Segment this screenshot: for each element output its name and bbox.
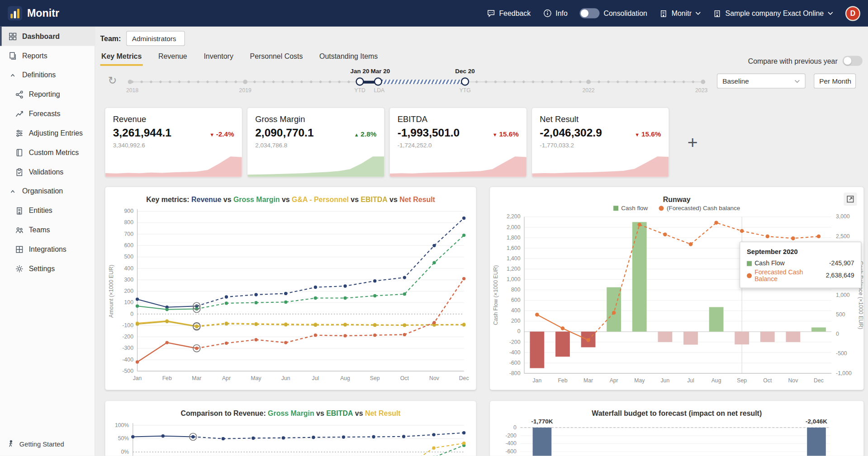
trend-icon [15, 109, 24, 118]
team-row: Team: Administrators [100, 31, 185, 46]
svg-text:Jul: Jul [312, 375, 319, 381]
feedback-button[interactable]: Feedback [486, 9, 531, 18]
runway-chart: 2,2002,0001,8001,6001,4001,2001,00080060… [490, 212, 863, 390]
timeline-year: 2022 [582, 87, 594, 93]
kpi-delta: ▲2.8% [354, 131, 376, 138]
reports-icon [8, 51, 17, 60]
sidebar-item-entities[interactable]: Entities [0, 201, 95, 220]
org-name: Monitr [672, 9, 692, 17]
period-select[interactable]: Per Month [814, 74, 856, 89]
timeline-marker-ytg[interactable] [461, 77, 469, 85]
main-content: Team: Administrators Key Metrics Revenue… [95, 27, 868, 456]
company-name: Sample company Exact Online [726, 9, 824, 17]
scenario-select[interactable]: Baseline [717, 74, 806, 89]
brand[interactable]: Monitr [8, 6, 59, 20]
kpi-delta: ▼15.6% [635, 131, 661, 138]
user-avatar[interactable]: D [845, 6, 860, 21]
svg-text:Amount (×1000 EUR): Amount (×1000 EUR) [108, 265, 114, 318]
svg-text:-600: -600 [505, 448, 517, 455]
consolidation-toggle[interactable] [580, 8, 600, 18]
tab-key-metrics[interactable]: Key Metrics [100, 49, 143, 66]
kpi-card-net-result[interactable]: Net Result-2,046,302.9▼15.6%-1,770,033.2 [532, 108, 669, 177]
tab-outstanding-items[interactable]: Outstanding Items [318, 49, 379, 66]
kpi-card-revenue[interactable]: Revenue3,261,944.1▼-2.4%3,340,992.6 [105, 108, 242, 177]
expand-chart-icon[interactable] [844, 193, 857, 206]
sidebar-item-custom-metrics[interactable]: Custom Metrics [0, 143, 95, 162]
sidebar-item-label: Adjusting Entries [29, 129, 83, 137]
compare-toggle[interactable] [843, 56, 863, 66]
sidebar-item-adjusting-entries[interactable]: Adjusting Entries [0, 123, 95, 143]
sidebar-item-validations[interactable]: Validations [0, 162, 95, 182]
tooltip-label: Forecasted Cash Balance [754, 269, 826, 282]
getting-started-label: Getting Started [19, 440, 64, 448]
timeline-marker-ytd[interactable] [356, 77, 364, 85]
kpi-delta: ▼15.6% [493, 131, 519, 138]
sidebar-item-integrations[interactable]: Integrations [0, 240, 95, 259]
team-select-value: Administrators [132, 34, 176, 42]
svg-text:0: 0 [130, 311, 133, 317]
trend-arrow-icon: ▼ [635, 132, 640, 138]
sidebar-item-dashboard[interactable]: Dashboard [0, 27, 95, 46]
sidebar-item-forecasts[interactable]: Forecasts [0, 104, 95, 123]
sidebar: Dashboard Reports Definitions Reporting … [0, 27, 95, 456]
sidebar-section-organisation[interactable]: Organisation [0, 181, 95, 201]
team-select[interactable]: Administrators [126, 31, 185, 46]
tab-inventory[interactable]: Inventory [203, 49, 234, 66]
dashboard-icon [8, 32, 17, 41]
svg-text:300: 300 [124, 277, 134, 283]
svg-text:600: 600 [511, 297, 521, 303]
kpi-previous-value: -1,770,033.2 [540, 141, 661, 148]
trend-arrow-icon: ▲ [354, 132, 359, 138]
svg-text:200: 200 [124, 288, 134, 294]
kpi-card-ebitda[interactable]: EBITDA-1,993,501.0▼15.6%-1,724,252.0 [390, 108, 526, 177]
sidebar-item-settings[interactable]: Settings [0, 259, 95, 278]
tooltip-title: September 2020 [747, 248, 854, 255]
people-icon [15, 226, 24, 235]
company-switcher[interactable]: Sample company Exact Online [713, 9, 833, 17]
tab-revenue[interactable]: Revenue [157, 49, 189, 66]
svg-text:700: 700 [124, 231, 134, 237]
timeline-track[interactable]: Jan 20 Mar 20 Dec 20 2018 2019 YTD LDA Y… [130, 67, 703, 96]
timeline-tag: YTD [354, 87, 365, 93]
svg-text:1,000: 1,000 [507, 276, 521, 282]
svg-text:-600: -600 [509, 360, 521, 366]
svg-text:2,200: 2,200 [507, 213, 521, 220]
org-switcher[interactable]: Monitr [659, 9, 701, 17]
svg-text:200: 200 [511, 318, 521, 324]
sidebar-item-reporting[interactable]: Reporting [0, 85, 95, 104]
trend-arrow-icon: ▼ [209, 132, 214, 138]
svg-text:900: 900 [124, 208, 134, 214]
consolidation-control: Consolidation [580, 8, 647, 18]
svg-text:-500: -500 [122, 368, 133, 374]
svg-text:Nov: Nov [788, 377, 799, 384]
svg-text:1,200: 1,200 [507, 266, 521, 272]
app: Monitr Feedback Info Consolidation Monit… [0, 0, 868, 456]
sidebar-item-label: Validations [29, 168, 64, 176]
add-kpi-button[interactable]: + [683, 133, 702, 152]
timeline-label: Mar 20 [370, 67, 390, 74]
compare-group: Compare with previous year [748, 56, 863, 66]
svg-text:800: 800 [124, 219, 134, 226]
svg-text:Jul: Jul [687, 377, 694, 384]
kpi-card-gross-margin[interactable]: Gross Margin2,090,770.1▲2.8%2,034,786.8 [247, 108, 384, 177]
svg-text:600: 600 [124, 242, 134, 249]
sidebar-item-label: Forecasts [29, 109, 61, 118]
svg-text:Jun: Jun [661, 377, 670, 384]
svg-text:Apr: Apr [222, 375, 231, 381]
svg-text:Jan: Jan [532, 377, 541, 384]
sidebar-section-definitions[interactable]: Definitions [0, 65, 95, 85]
grid-icon [15, 245, 24, 254]
getting-started-link[interactable]: Getting Started [0, 432, 95, 456]
info-button[interactable]: Info [543, 9, 568, 18]
svg-text:400: 400 [511, 307, 521, 314]
svg-text:500: 500 [836, 311, 845, 318]
tab-personnel-costs[interactable]: Personnel Costs [249, 49, 304, 66]
sidebar-item-teams[interactable]: Teams [0, 220, 95, 240]
refresh-icon[interactable]: ↻ [108, 74, 117, 87]
tooltip-row: Forecasted Cash Balance 2,638,649 [747, 269, 854, 282]
chart-title: Waterfall budget to forecast (impact on … [490, 401, 863, 418]
sidebar-item-reports[interactable]: Reports [0, 46, 95, 66]
kpi-sparkline [532, 154, 669, 177]
timeline-marker-lda[interactable] [374, 77, 382, 85]
team-label: Team: [100, 34, 121, 42]
